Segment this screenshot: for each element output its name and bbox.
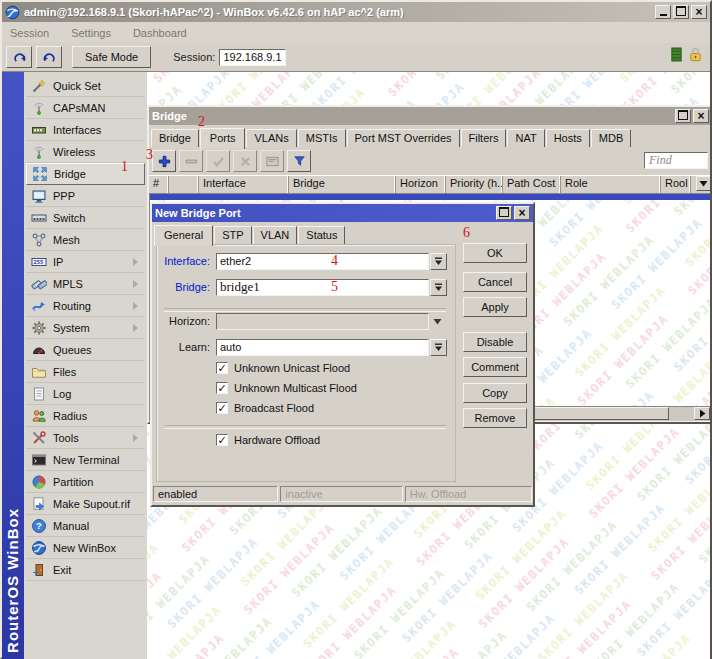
annotation-3: 3 <box>146 147 153 163</box>
sidebar-item-exit[interactable]: Exit <box>26 559 145 581</box>
sidebar-item-label: Partition <box>53 476 93 488</box>
find-input[interactable]: Find <box>644 152 708 169</box>
sidebar-item-partition[interactable]: Partition <box>26 471 145 493</box>
tab-port-mst-overrides[interactable]: Port MST Overrides <box>347 129 460 147</box>
bridge-close-button[interactable]: × <box>693 109 709 123</box>
horizon-dropdown-icon[interactable] <box>433 313 445 330</box>
learn-dropdown-button[interactable] <box>430 339 447 356</box>
sidebar-item-system[interactable]: System <box>26 317 145 339</box>
tab-vlans[interactable]: VLANs <box>246 129 296 147</box>
filter-button[interactable] <box>287 150 311 172</box>
secure-lock-icon <box>687 46 704 63</box>
bridge-dropdown-button[interactable] <box>430 279 447 296</box>
selected-table-row[interactable] <box>150 194 710 200</box>
tab-mstis[interactable]: MSTIs <box>298 129 346 147</box>
hardware-offload-checkbox[interactable]: ✓ Hardware Offload <box>216 432 320 448</box>
checkbox-label: Broadcast Flood <box>234 402 314 414</box>
column-header-bridge[interactable]: Bridge <box>289 176 396 193</box>
undo-button[interactable] <box>6 46 32 68</box>
copy-button[interactable]: Copy <box>463 383 527 403</box>
column-header-priority-h[interactable]: Priority (h... <box>446 176 503 193</box>
column-header-flags[interactable] <box>169 176 199 193</box>
maximize-button[interactable] <box>673 5 689 19</box>
column-header-interface[interactable]: Interface <box>199 176 289 193</box>
dialog-tab-general[interactable]: General <box>154 225 213 246</box>
unknown-unicast-flood-checkbox[interactable]: ✓Unknown Unicast Flood <box>216 360 350 376</box>
column-header-[interactable]: # <box>149 176 169 193</box>
comment-button[interactable] <box>260 150 284 172</box>
sidebar-item-capsman[interactable]: CAPsMAN <box>26 97 145 119</box>
sidebar-item-files[interactable]: Files <box>26 361 145 383</box>
tab-mdb[interactable]: MDB <box>591 129 631 147</box>
tab-ports[interactable]: Ports <box>200 128 246 149</box>
menu-session[interactable]: Session <box>10 27 49 39</box>
sidebar-item-new-terminal[interactable]: New Terminal <box>26 449 145 471</box>
sidebar-item-log[interactable]: Log <box>26 383 145 405</box>
sidebar-item-queues[interactable]: Queues <box>26 339 145 361</box>
sidebar-item-ip[interactable]: 255IP <box>26 251 145 273</box>
submenu-arrow-icon <box>133 280 138 288</box>
dialog-tab-stp[interactable]: STP <box>214 226 251 244</box>
dialog-close-button[interactable]: × <box>514 206 530 220</box>
add-button[interactable] <box>152 150 176 172</box>
sidebar-item-label: Interfaces <box>53 124 101 136</box>
scroll-right-button[interactable] <box>694 407 710 420</box>
bridge-field[interactable]: bridge1 <box>216 279 429 296</box>
column-header-role[interactable]: Role <box>561 176 661 193</box>
ok-button[interactable]: OK <box>463 243 527 263</box>
session-input[interactable]: 192.168.9.1 <box>219 49 285 66</box>
brand-text: RouterOS WinBox <box>4 508 21 653</box>
sidebar-item-tools[interactable]: Tools <box>26 427 145 449</box>
close-button[interactable]: × <box>691 5 707 19</box>
sidebar-item-make-supout-rif[interactable]: Make Supout.rif <box>26 493 145 515</box>
interface-dropdown-button[interactable] <box>430 253 447 270</box>
menu-bar: Session Settings Dashboard <box>2 22 710 43</box>
sidebar-item-ppp[interactable]: PPP <box>26 185 145 207</box>
dialog-maximize-button[interactable] <box>496 206 512 220</box>
sidebar-item-label: Radius <box>53 410 87 422</box>
sidebar-item-radius[interactable]: Radius <box>26 405 145 427</box>
sidebar-item-switch[interactable]: Switch <box>26 207 145 229</box>
sidebar-item-label: Queues <box>53 344 92 356</box>
minimize-button[interactable] <box>655 5 671 19</box>
dialog-tab-vlan[interactable]: VLAN <box>253 226 298 244</box>
disable-button[interactable]: Disable <box>463 332 527 352</box>
interface-field[interactable]: ether2 <box>216 253 429 270</box>
horizon-field[interactable] <box>216 313 429 330</box>
redo-button[interactable] <box>36 46 62 68</box>
sidebar-item-quick-set[interactable]: Quick Set <box>26 75 145 97</box>
unknown-multicast-flood-checkbox[interactable]: ✓Unknown Multicast Flood <box>216 380 357 396</box>
enable-button[interactable] <box>206 150 230 172</box>
sidebar-item-routing[interactable]: Routing <box>26 295 145 317</box>
remove-button[interactable]: Remove <box>463 408 527 428</box>
menu-dashboard[interactable]: Dashboard <box>133 27 187 39</box>
dialog-tab-status[interactable]: Status <box>298 226 345 244</box>
learn-field[interactable]: auto <box>216 339 429 356</box>
sidebar-item-interfaces[interactable]: Interfaces <box>26 119 145 141</box>
tab-bridge[interactable]: Bridge <box>151 129 199 147</box>
checkbox-checked-icon: ✓ <box>216 402 228 414</box>
comment-button[interactable]: Comment <box>463 357 527 377</box>
apply-button[interactable]: Apply <box>463 297 527 317</box>
column-header-rool[interactable]: Rool <box>661 176 691 193</box>
column-header-horizon[interactable]: Horizon <box>396 176 446 193</box>
remove-button[interactable] <box>179 150 203 172</box>
globe-icon <box>31 540 47 556</box>
sidebar-item-new-winbox[interactable]: New WinBox <box>26 537 145 559</box>
tab-hosts[interactable]: Hosts <box>546 129 590 147</box>
tab-nat[interactable]: NAT <box>507 129 544 147</box>
column-dropdown-button[interactable] <box>696 176 710 191</box>
tab-filters[interactable]: Filters <box>461 129 507 147</box>
safe-mode-button[interactable]: Safe Mode <box>72 46 151 68</box>
sidebar-item-mpls[interactable]: MPLS <box>26 273 145 295</box>
cancel-button[interactable]: Cancel <box>463 272 527 292</box>
separator <box>164 425 446 429</box>
dialog-title: New Bridge Port <box>155 207 496 219</box>
sidebar-item-mesh[interactable]: Mesh <box>26 229 145 251</box>
column-header-path-cost[interactable]: Path Cost <box>503 176 561 193</box>
sidebar-item-manual[interactable]: ?Manual <box>26 515 145 537</box>
menu-settings[interactable]: Settings <box>71 27 111 39</box>
bridge-maximize-button[interactable] <box>675 109 691 123</box>
broadcast-flood-checkbox[interactable]: ✓Broadcast Flood <box>216 400 314 416</box>
disable-button[interactable] <box>233 150 257 172</box>
